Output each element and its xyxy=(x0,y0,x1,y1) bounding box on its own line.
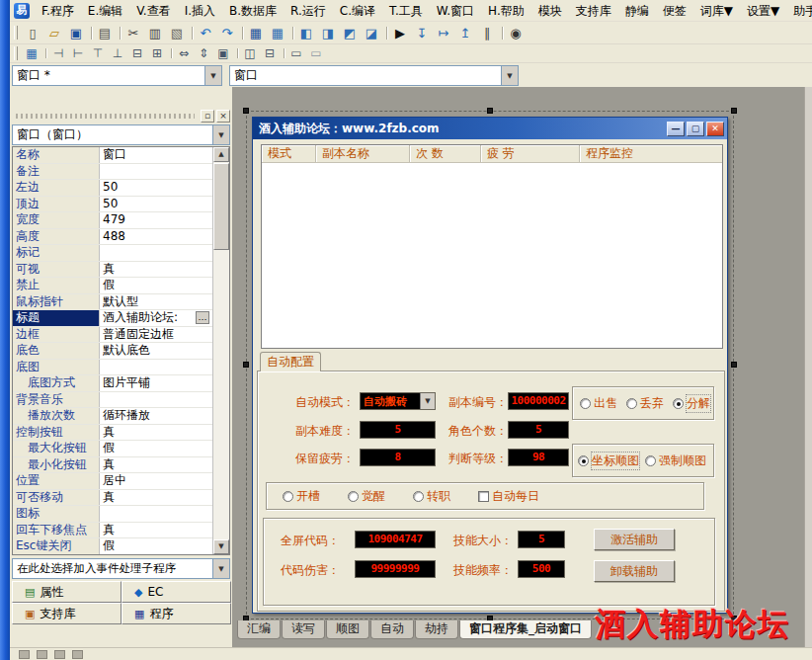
property-value[interactable]: 默认底色 … xyxy=(100,343,212,359)
property-value[interactable]: 图片平铺 … xyxy=(100,375,212,391)
toolbar-icon[interactable] xyxy=(288,24,295,42)
program-tab-button[interactable]: ▦ 程序 xyxy=(122,603,231,624)
property-row[interactable]: 最小化按钮 真 … xyxy=(13,457,212,474)
property-value[interactable]: 循环播放 … xyxy=(100,408,212,424)
radio-option[interactable]: 觉醒 xyxy=(348,488,385,505)
chevron-down-icon[interactable]: ▼ xyxy=(212,559,229,578)
align-top-icon[interactable]: ⊤ xyxy=(88,45,108,61)
resize-handle[interactable] xyxy=(731,362,737,368)
property-row[interactable]: 高度 488 … xyxy=(13,229,212,246)
property-value[interactable]: 居中 … xyxy=(100,473,212,489)
document-tab[interactable]: 自动 xyxy=(370,620,414,639)
minimize-button[interactable]: — xyxy=(667,122,685,136)
form-designer-canvas[interactable]: 酒入辅助论坛：www.2fzb.com —▢✕ 模式副本名称次 数疲 劳程序监控… xyxy=(232,87,804,647)
property-row[interactable]: 底图 … xyxy=(13,360,212,376)
property-value[interactable]: 默认型 … xyxy=(100,294,212,310)
redo-icon[interactable]: ↷ xyxy=(216,24,238,42)
property-row[interactable]: 位置 居中 … xyxy=(13,473,212,490)
menu-item[interactable]: 词库▼ xyxy=(693,0,740,22)
menu-item[interactable]: E.编辑 xyxy=(81,0,129,22)
support-library-tab-button[interactable]: ▣ 支持库 xyxy=(12,603,122,624)
radio-option[interactable]: 分解 xyxy=(673,395,710,412)
property-value[interactable]: 50 … xyxy=(100,180,212,196)
menu-item[interactable]: T.工具 xyxy=(382,0,430,22)
tab-auto-config[interactable]: 自动配置 xyxy=(260,352,321,371)
auto-mode-combo[interactable]: 自动搬砖 ▼ xyxy=(360,392,436,410)
listview-control[interactable]: 模式副本名称次 数疲 劳程序监控 xyxy=(261,144,723,349)
activate-button[interactable]: 激活辅助 xyxy=(594,529,675,550)
event-handler-selector[interactable]: 在此处选择加入事件处理子程序 ▼ xyxy=(12,558,230,579)
property-value[interactable]: 真 … xyxy=(100,457,212,473)
find-icon[interactable]: ◉ xyxy=(505,24,527,42)
property-value[interactable]: 假 … xyxy=(100,278,212,293)
document-tab[interactable]: 顺图 xyxy=(326,620,369,639)
property-row[interactable]: 宽度 479 … xyxy=(13,212,212,229)
designed-form[interactable]: 酒入辅助论坛：www.2fzb.com —▢✕ 模式副本名称次 数疲 劳程序监控… xyxy=(252,117,728,614)
property-value[interactable]: … xyxy=(100,506,212,522)
property-row[interactable]: 鼠标指针 默认型 … xyxy=(13,294,212,311)
property-row[interactable]: 可否移动 真 … xyxy=(13,490,212,507)
radio-option[interactable]: 强制顺图 xyxy=(645,453,706,469)
property-value[interactable]: 酒入辅助论坛: … xyxy=(100,310,212,326)
resize-handle[interactable] xyxy=(243,362,249,368)
pin-icon[interactable]: ▫ xyxy=(201,110,214,123)
menu-item[interactable]: H.帮助 xyxy=(481,0,531,22)
menu-item[interactable]: C.编译 xyxy=(333,0,382,22)
property-row[interactable]: 名称 窗口 … xyxy=(13,147,212,164)
property-row[interactable]: 控制按钮 真 … xyxy=(13,425,212,442)
document-tab[interactable]: 窗口程序集_启动窗口 xyxy=(459,620,592,639)
center-vertical-icon[interactable]: ⊟ xyxy=(260,45,280,61)
component-selector-combo[interactable]: 窗口 * ▼ xyxy=(12,65,222,86)
print-icon[interactable]: ▤ xyxy=(94,24,116,42)
property-value[interactable]: … xyxy=(100,245,212,261)
judge-level-field[interactable]: 98 xyxy=(508,449,569,466)
property-row[interactable]: 标题 酒入辅助论坛: … xyxy=(13,310,212,327)
resize-handle[interactable] xyxy=(731,108,737,114)
menu-item[interactable]: V.查看 xyxy=(129,0,177,22)
align-bottom-icon[interactable]: ⊥ xyxy=(108,45,127,61)
center-horizontal-icon[interactable]: ◫ xyxy=(240,45,260,61)
code-damage-field[interactable]: 99999999 xyxy=(355,560,436,578)
property-value[interactable]: 真 … xyxy=(100,425,212,441)
property-row[interactable]: 回车下移焦点 真 … xyxy=(13,523,212,539)
property-row[interactable]: 最大化按钮 假 … xyxy=(13,441,212,457)
save-icon[interactable]: ▣ xyxy=(65,24,87,42)
database-icon[interactable]: ▦ xyxy=(245,24,267,42)
document-tab[interactable]: 读写 xyxy=(282,620,325,639)
menu-item[interactable]: 静编 xyxy=(618,0,656,22)
toolbar-icon[interactable] xyxy=(87,24,94,42)
unload-button[interactable]: 卸载辅助 xyxy=(594,560,675,582)
bring-front-icon[interactable]: ▭ xyxy=(286,45,306,61)
property-value[interactable]: 50 … xyxy=(100,197,212,212)
toolbar-icon[interactable] xyxy=(116,24,122,42)
chevron-down-icon[interactable]: ▼ xyxy=(204,66,221,85)
menu-item[interactable]: R.运行 xyxy=(284,0,333,22)
keep-fatigue-field[interactable]: 8 xyxy=(360,449,436,466)
toolbar-icon[interactable] xyxy=(498,24,505,42)
property-row[interactable]: 图标 … xyxy=(13,506,212,523)
property-value[interactable]: 真 … xyxy=(100,490,212,506)
properties-tab-button[interactable]: ▤ 属性 xyxy=(12,581,122,603)
undo-icon[interactable]: ↶ xyxy=(195,24,216,42)
property-value[interactable]: … xyxy=(100,392,212,408)
menu-item[interactable]: 助手 xyxy=(786,0,812,22)
drag-grip[interactable] xyxy=(16,114,195,119)
skill-size-field[interactable]: 5 xyxy=(518,531,565,548)
toolbar-grip[interactable] xyxy=(14,26,18,40)
property-value[interactable]: 假 … xyxy=(100,538,212,554)
listview-column-header[interactable]: 程序监控 xyxy=(580,145,723,162)
property-value[interactable]: 窗口 … xyxy=(100,147,212,163)
document-tab[interactable]: 汇编 xyxy=(237,620,281,639)
same-size-icon[interactable]: ▣ xyxy=(213,45,233,61)
menu-item[interactable]: 便签 xyxy=(656,0,693,22)
toolbar-icon[interactable] xyxy=(167,45,174,61)
same-height-icon[interactable]: ⇕ xyxy=(194,45,213,61)
resize-handle[interactable] xyxy=(487,108,493,114)
menu-item[interactable]: I.插入 xyxy=(178,0,222,22)
new-file-icon[interactable]: ▯ xyxy=(22,24,43,42)
grid-snap-icon[interactable]: ▦ xyxy=(22,45,41,61)
menu-item[interactable]: W.窗口 xyxy=(430,0,481,22)
window-layout-bottom-icon[interactable]: ◪ xyxy=(361,24,382,42)
toolbar-icon[interactable] xyxy=(41,45,48,61)
window-layout-right-icon[interactable]: ◨ xyxy=(317,24,339,42)
